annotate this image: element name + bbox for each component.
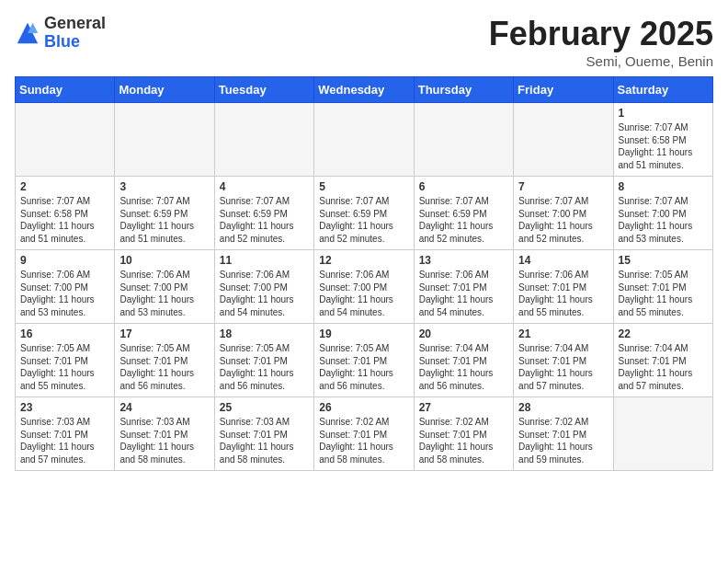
calendar-cell: 24Sunrise: 7:03 AM Sunset: 7:01 PM Dayli… [115, 397, 214, 471]
logo-text: General Blue [44, 15, 106, 52]
day-number: 5 [319, 180, 408, 193]
day-number: 23 [20, 401, 109, 414]
day-number: 9 [20, 254, 109, 267]
day-number: 28 [518, 401, 608, 414]
day-number: 26 [319, 401, 408, 414]
month-title: February 2025 [489, 15, 713, 53]
day-info: Sunrise: 7:07 AM Sunset: 6:59 PM Dayligh… [319, 195, 408, 245]
day-number: 12 [319, 254, 408, 267]
calendar-week-4: 23Sunrise: 7:03 AM Sunset: 7:01 PM Dayli… [16, 397, 713, 471]
calendar-week-1: 2Sunrise: 7:07 AM Sunset: 6:58 PM Daylig… [16, 177, 713, 250]
calendar-header-row: SundayMondayTuesdayWednesdayThursdayFrid… [16, 77, 713, 103]
day-number: 4 [220, 180, 309, 193]
logo-blue: Blue [44, 33, 106, 52]
calendar-cell: 26Sunrise: 7:02 AM Sunset: 7:01 PM Dayli… [314, 397, 414, 471]
day-number: 8 [619, 180, 708, 193]
calendar-cell [514, 103, 613, 177]
day-info: Sunrise: 7:06 AM Sunset: 7:00 PM Dayligh… [119, 269, 209, 318]
day-info: Sunrise: 7:02 AM Sunset: 7:01 PM Dayligh… [419, 416, 508, 465]
calendar-cell: 23Sunrise: 7:03 AM Sunset: 7:01 PM Dayli… [16, 397, 115, 471]
calendar-week-2: 9Sunrise: 7:06 AM Sunset: 7:00 PM Daylig… [16, 250, 713, 324]
day-info: Sunrise: 7:07 AM Sunset: 7:00 PM Dayligh… [619, 195, 708, 245]
day-info: Sunrise: 7:07 AM Sunset: 6:58 PM Dayligh… [619, 121, 708, 171]
day-header-monday: Monday [115, 77, 214, 103]
calendar-cell: 15Sunrise: 7:05 AM Sunset: 7:01 PM Dayli… [613, 250, 712, 324]
day-header-friday: Friday [514, 77, 613, 103]
calendar-cell: 9Sunrise: 7:06 AM Sunset: 7:00 PM Daylig… [16, 250, 115, 324]
calendar-cell: 13Sunrise: 7:06 AM Sunset: 7:01 PM Dayli… [414, 250, 513, 324]
day-info: Sunrise: 7:05 AM Sunset: 7:01 PM Dayligh… [20, 342, 109, 392]
day-info: Sunrise: 7:04 AM Sunset: 7:01 PM Dayligh… [518, 342, 608, 392]
day-number: 2 [20, 180, 109, 193]
day-number: 27 [419, 401, 508, 414]
calendar-cell [214, 103, 313, 177]
day-info: Sunrise: 7:05 AM Sunset: 7:01 PM Dayligh… [619, 269, 708, 318]
day-number: 17 [119, 327, 209, 340]
day-number: 1 [619, 107, 708, 120]
calendar-cell [414, 103, 513, 177]
calendar-cell: 3Sunrise: 7:07 AM Sunset: 6:59 PM Daylig… [115, 177, 214, 250]
day-info: Sunrise: 7:06 AM Sunset: 7:01 PM Dayligh… [419, 269, 508, 318]
day-info: Sunrise: 7:02 AM Sunset: 7:01 PM Dayligh… [518, 416, 608, 465]
calendar-cell [16, 103, 115, 177]
logo: General Blue [15, 15, 106, 52]
day-info: Sunrise: 7:03 AM Sunset: 7:01 PM Dayligh… [20, 416, 109, 465]
day-info: Sunrise: 7:06 AM Sunset: 7:01 PM Dayligh… [518, 269, 608, 318]
day-info: Sunrise: 7:03 AM Sunset: 7:01 PM Dayligh… [119, 416, 209, 465]
day-number: 11 [220, 254, 309, 267]
calendar-week-3: 16Sunrise: 7:05 AM Sunset: 7:01 PM Dayli… [16, 324, 713, 397]
day-number: 3 [119, 180, 209, 193]
day-info: Sunrise: 7:07 AM Sunset: 6:59 PM Dayligh… [119, 195, 209, 245]
day-number: 24 [119, 401, 209, 414]
day-number: 15 [619, 254, 708, 267]
calendar-cell: 16Sunrise: 7:05 AM Sunset: 7:01 PM Dayli… [16, 324, 115, 397]
day-header-tuesday: Tuesday [214, 77, 313, 103]
calendar-cell: 7Sunrise: 7:07 AM Sunset: 7:00 PM Daylig… [514, 177, 613, 250]
day-number: 7 [518, 180, 608, 193]
calendar-cell: 27Sunrise: 7:02 AM Sunset: 7:01 PM Dayli… [414, 397, 513, 471]
day-info: Sunrise: 7:07 AM Sunset: 6:58 PM Dayligh… [20, 195, 109, 245]
day-number: 18 [220, 327, 309, 340]
day-info: Sunrise: 7:03 AM Sunset: 7:01 PM Dayligh… [220, 416, 309, 465]
calendar-cell [115, 103, 214, 177]
calendar-cell: 4Sunrise: 7:07 AM Sunset: 6:59 PM Daylig… [214, 177, 313, 250]
calendar-cell: 11Sunrise: 7:06 AM Sunset: 7:00 PM Dayli… [214, 250, 313, 324]
calendar-table: SundayMondayTuesdayWednesdayThursdayFrid… [15, 76, 713, 471]
day-info: Sunrise: 7:06 AM Sunset: 7:00 PM Dayligh… [20, 269, 109, 318]
day-info: Sunrise: 7:02 AM Sunset: 7:01 PM Dayligh… [319, 416, 408, 465]
day-number: 13 [419, 254, 508, 267]
calendar-cell: 20Sunrise: 7:04 AM Sunset: 7:01 PM Dayli… [414, 324, 513, 397]
calendar-cell: 12Sunrise: 7:06 AM Sunset: 7:00 PM Dayli… [314, 250, 414, 324]
day-info: Sunrise: 7:04 AM Sunset: 7:01 PM Dayligh… [619, 342, 708, 392]
day-header-sunday: Sunday [16, 77, 115, 103]
calendar-cell: 1Sunrise: 7:07 AM Sunset: 6:58 PM Daylig… [613, 103, 712, 177]
day-number: 25 [220, 401, 309, 414]
calendar-cell: 25Sunrise: 7:03 AM Sunset: 7:01 PM Dayli… [214, 397, 313, 471]
calendar-cell: 2Sunrise: 7:07 AM Sunset: 6:58 PM Daylig… [16, 177, 115, 250]
location-subtitle: Semi, Oueme, Benin [489, 53, 713, 69]
calendar-cell [314, 103, 414, 177]
day-number: 6 [419, 180, 508, 193]
day-number: 21 [518, 327, 608, 340]
day-header-wednesday: Wednesday [314, 77, 414, 103]
day-info: Sunrise: 7:07 AM Sunset: 6:59 PM Dayligh… [220, 195, 309, 245]
calendar-cell: 10Sunrise: 7:06 AM Sunset: 7:00 PM Dayli… [115, 250, 214, 324]
calendar-cell: 22Sunrise: 7:04 AM Sunset: 7:01 PM Dayli… [613, 324, 712, 397]
logo-general: General [44, 15, 106, 33]
calendar-cell: 17Sunrise: 7:05 AM Sunset: 7:01 PM Dayli… [115, 324, 214, 397]
day-number: 20 [419, 327, 508, 340]
calendar-cell: 6Sunrise: 7:07 AM Sunset: 6:59 PM Daylig… [414, 177, 513, 250]
day-info: Sunrise: 7:04 AM Sunset: 7:01 PM Dayligh… [419, 342, 508, 392]
day-header-saturday: Saturday [613, 77, 712, 103]
calendar-cell: 18Sunrise: 7:05 AM Sunset: 7:01 PM Dayli… [214, 324, 313, 397]
calendar-cell: 21Sunrise: 7:04 AM Sunset: 7:01 PM Dayli… [514, 324, 613, 397]
day-info: Sunrise: 7:05 AM Sunset: 7:01 PM Dayligh… [220, 342, 309, 392]
title-block: February 2025 Semi, Oueme, Benin [489, 15, 713, 69]
day-info: Sunrise: 7:05 AM Sunset: 7:01 PM Dayligh… [119, 342, 209, 392]
day-info: Sunrise: 7:06 AM Sunset: 7:00 PM Dayligh… [319, 269, 408, 318]
day-info: Sunrise: 7:07 AM Sunset: 7:00 PM Dayligh… [518, 195, 608, 245]
calendar-cell: 19Sunrise: 7:05 AM Sunset: 7:01 PM Dayli… [314, 324, 414, 397]
day-info: Sunrise: 7:06 AM Sunset: 7:00 PM Dayligh… [220, 269, 309, 318]
calendar-cell: 14Sunrise: 7:06 AM Sunset: 7:01 PM Dayli… [514, 250, 613, 324]
calendar-cell: 5Sunrise: 7:07 AM Sunset: 6:59 PM Daylig… [314, 177, 414, 250]
